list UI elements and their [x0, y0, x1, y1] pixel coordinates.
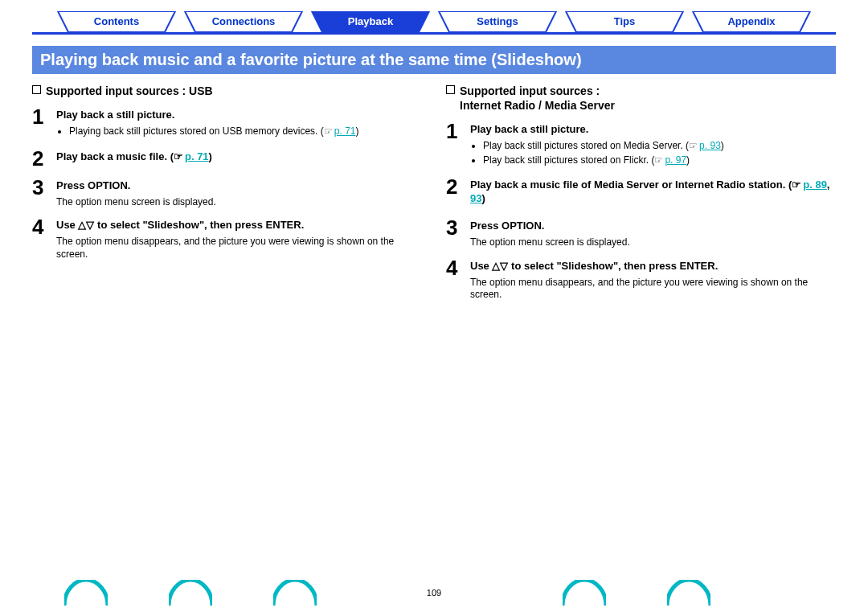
- tab-settings[interactable]: Settings: [434, 11, 561, 32]
- right-column: Supported input sources : Internet Radio…: [446, 84, 836, 310]
- tab-label: Playback: [348, 15, 393, 27]
- footer-nav-button-2[interactable]: [169, 580, 212, 606]
- left-step-3: 3 Press OPTION. The option menu screen i…: [32, 177, 422, 208]
- step-title: Press OPTION.: [56, 179, 422, 193]
- left-column: Supported input sources : USB 1 Play bac…: [32, 84, 422, 310]
- top-tabs: Contents Connections Playback Settings T…: [0, 0, 868, 32]
- tab-appendix[interactable]: Appendix: [688, 11, 815, 32]
- step-body-text: The option menu screen is displayed.: [56, 196, 422, 209]
- footer-nav-button-3[interactable]: [273, 580, 317, 606]
- tab-label: Settings: [477, 15, 518, 27]
- step-title: Press OPTION.: [470, 220, 836, 233]
- step-bullet: Play back still pictures stored on Flick…: [483, 154, 836, 167]
- left-step-4: 4 Use △▽ to select "Slideshow", then pre…: [32, 216, 422, 261]
- tab-contents[interactable]: Contents: [53, 11, 180, 32]
- step-number: 3: [32, 177, 50, 208]
- pointer-icon: [654, 154, 665, 166]
- tab-label: Connections: [212, 15, 276, 27]
- pointer-icon: [689, 140, 699, 151]
- tab-connections[interactable]: Connections: [180, 11, 307, 32]
- step-title: Play back a music file of Media Server o…: [470, 179, 836, 206]
- square-bullet-icon: [32, 85, 41, 94]
- page-number: 109: [0, 588, 868, 598]
- tab-tips[interactable]: Tips: [561, 11, 688, 32]
- step-number: 2: [32, 148, 50, 169]
- step-title: Play back a music file. (p. 71): [56, 150, 422, 164]
- right-step-2: 2 Play back a music file of Media Server…: [446, 176, 836, 209]
- step-number: 4: [32, 216, 50, 261]
- tabs-underline: [32, 32, 836, 35]
- step-title: Use △▽ to select "Slideshow", then press…: [470, 260, 836, 273]
- footer-nav: 109: [0, 578, 868, 607]
- page-title-bar: Playing back music and a favorite pictur…: [32, 46, 836, 74]
- right-step-4: 4 Use △▽ to select "Slideshow", then pre…: [446, 257, 836, 302]
- step-bullet: Play back still pictures stored on Media…: [483, 140, 836, 153]
- page-link-p97[interactable]: p. 97: [665, 154, 686, 166]
- pointer-icon: [324, 125, 334, 137]
- page-link-p89[interactable]: p. 89: [803, 179, 827, 191]
- page-link-p93[interactable]: p. 93: [699, 140, 721, 151]
- footer-nav-button-1[interactable]: [64, 580, 108, 606]
- tab-label: Contents: [94, 15, 139, 27]
- step-number: 4: [446, 257, 464, 302]
- step-body-text: The option menu screen is displayed.: [470, 236, 836, 249]
- left-step-1: 1 Play back a still picture. Playing bac…: [32, 106, 422, 139]
- pointer-icon: [792, 179, 803, 191]
- step-number: 1: [446, 121, 464, 168]
- step-number: 1: [32, 106, 50, 139]
- right-step-1: 1 Play back a still picture. Play back s…: [446, 121, 836, 168]
- step-number: 3: [446, 217, 464, 248]
- subheading-text: Supported input sources : USB: [46, 84, 213, 98]
- step-bullet: Playing back still pictures stored on US…: [69, 125, 422, 138]
- right-step-3: 3 Press OPTION. The option menu screen i…: [446, 217, 836, 248]
- left-step-2: 2 Play back a music file. (p. 71): [32, 148, 422, 169]
- tab-label: Tips: [614, 15, 636, 27]
- step-title: Play back a still picture.: [56, 109, 422, 122]
- footer-nav-button-4[interactable]: [563, 580, 606, 606]
- step-title: Play back a still picture.: [470, 123, 836, 137]
- square-bullet-icon: [446, 85, 455, 94]
- step-body-text: The option menu disappears, and the pict…: [470, 277, 836, 302]
- page-link-p71[interactable]: p. 71: [185, 150, 209, 162]
- tab-playback[interactable]: Playback: [307, 11, 434, 32]
- left-subheading: Supported input sources : USB: [32, 84, 422, 98]
- page-title: Playing back music and a favorite pictur…: [40, 51, 582, 68]
- subheading-text: Supported input sources : Internet Radio…: [460, 84, 615, 113]
- footer-nav-button-5[interactable]: [667, 580, 710, 606]
- step-number: 2: [446, 176, 464, 209]
- page-link-p71[interactable]: p. 71: [334, 125, 356, 137]
- step-body-text: The option menu disappears, and the pict…: [56, 236, 422, 261]
- pointer-icon: [174, 150, 185, 162]
- right-subheading: Supported input sources : Internet Radio…: [446, 84, 836, 113]
- page-link-p93[interactable]: 93: [470, 192, 481, 204]
- step-title: Use △▽ to select "Slideshow", then press…: [56, 219, 422, 232]
- tab-label: Appendix: [727, 15, 775, 27]
